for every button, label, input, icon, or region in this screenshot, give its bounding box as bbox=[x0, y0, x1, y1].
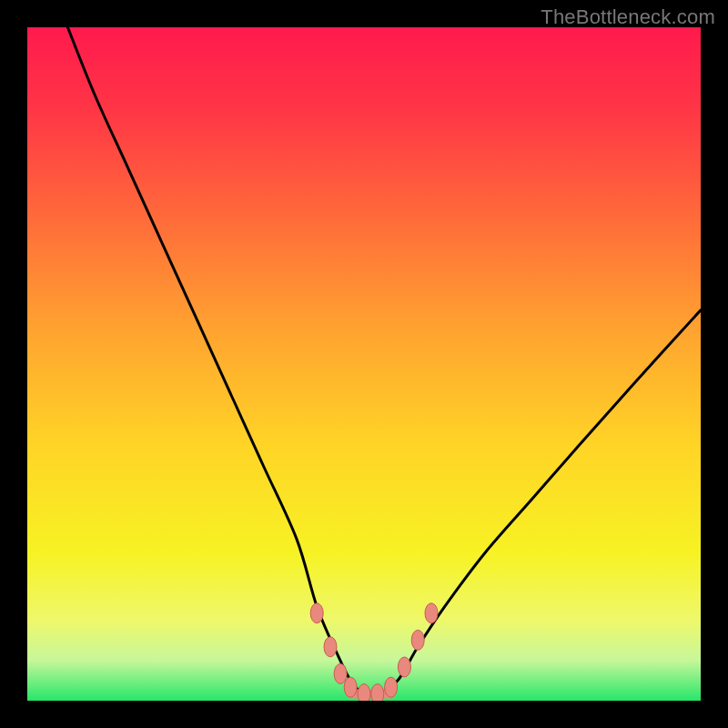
curve-marker bbox=[425, 603, 438, 623]
curve-marker bbox=[334, 663, 347, 683]
chart-frame: TheBottleneck.com bbox=[0, 0, 728, 728]
bottleneck-curve bbox=[67, 27, 701, 695]
curve-layer bbox=[27, 27, 701, 701]
curve-marker bbox=[310, 603, 323, 623]
plot-area bbox=[27, 27, 701, 701]
curve-marker bbox=[371, 684, 384, 701]
curve-marker bbox=[344, 677, 357, 697]
curve-marker bbox=[411, 630, 424, 650]
curve-marker bbox=[385, 677, 398, 697]
watermark-text: TheBottleneck.com bbox=[541, 5, 715, 29]
curve-marker bbox=[358, 684, 370, 701]
curve-marker bbox=[398, 657, 410, 677]
curve-markers bbox=[310, 603, 438, 701]
curve-marker bbox=[324, 637, 337, 657]
